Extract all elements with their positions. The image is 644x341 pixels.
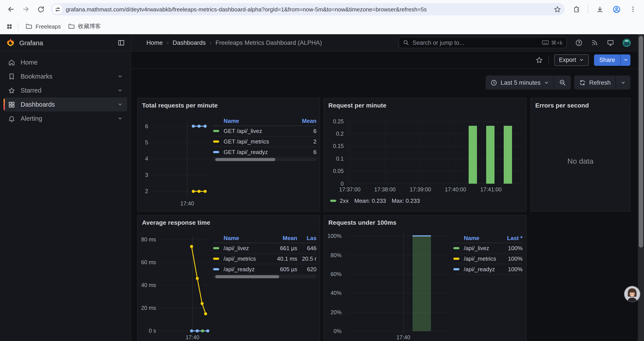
series-name: GET /api/_metrics: [224, 138, 299, 145]
refresh-icon: [579, 79, 586, 86]
search-input[interactable]: Search or jump to... ⌘+k: [398, 37, 567, 48]
sidebar-item-dashboards[interactable]: Dashboards: [4, 97, 127, 112]
legend-row[interactable]: /api/_metrics 40.1 ms 20.5 r: [213, 254, 316, 264]
apps-grid-button[interactable]: [4, 23, 14, 30]
bookmark-label: Freeleaps: [36, 23, 61, 30]
share-split-button: Share: [594, 54, 630, 66]
chevron-down-icon[interactable]: [118, 74, 123, 79]
col-mean[interactable]: Mean: [269, 235, 297, 241]
x-tick: 17:40: [396, 334, 410, 340]
chevron-down-icon[interactable]: [118, 88, 123, 93]
scrollbar-thumb[interactable]: [639, 36, 643, 247]
dashboard-content: Export Share Last 5 mi: [132, 51, 638, 341]
x-tick: 17:40:00: [445, 187, 466, 193]
panel-title[interactable]: Average response time: [142, 219, 210, 226]
legend-row[interactable]: /api/_readyz 605 µs 620: [213, 264, 316, 275]
zoom-out-button[interactable]: [554, 76, 571, 90]
series-swatch: [213, 268, 219, 270]
series-name: /api/_livez: [464, 245, 501, 251]
series-last: 20.5 r: [297, 255, 316, 262]
y-tick: 100%: [324, 233, 342, 239]
x-tick: 17:39:00: [410, 187, 431, 193]
y-tick: 0.05: [324, 168, 344, 174]
col-mean[interactable]: Mean: [299, 117, 316, 124]
reload-button[interactable]: [33, 2, 48, 17]
bookmark-folder-freeleaps[interactable]: Freeleaps: [22, 21, 64, 32]
help-button[interactable]: [575, 39, 582, 46]
series-swatch: [453, 268, 460, 270]
refresh-group: Refresh: [574, 76, 630, 90]
breadcrumb-dashboards[interactable]: Dashboards: [172, 39, 206, 46]
home-icon: [8, 59, 15, 66]
share-button[interactable]: Share: [594, 54, 620, 66]
y-tick: 60 ms: [138, 259, 156, 265]
sidebar-item-alerting[interactable]: Alerting: [4, 112, 127, 126]
col-name[interactable]: Name: [224, 117, 299, 124]
sidebar-toggle-button[interactable]: [118, 39, 125, 46]
chevron-down-icon[interactable]: [118, 116, 123, 121]
sidebar-item-bookmarks[interactable]: Bookmarks: [4, 69, 127, 83]
site-info-button[interactable]: [52, 5, 62, 14]
export-button[interactable]: Export: [554, 54, 589, 66]
legend-row[interactable]: GET /api/_readyz 6: [213, 147, 316, 158]
col-last[interactable]: Las: [297, 235, 316, 241]
x-tick: 17:37:00: [339, 187, 360, 193]
chevron-down-icon[interactable]: [118, 102, 123, 107]
toolbar-divider: [548, 56, 549, 63]
y-tick: 0 s: [138, 328, 156, 334]
col-name[interactable]: Name: [224, 235, 269, 241]
browser-menu-button[interactable]: [626, 2, 640, 17]
bar-chart: [324, 98, 527, 212]
time-range-picker[interactable]: Last 5 minutes: [486, 76, 554, 90]
legend-item-2xx[interactable]: 2xx: [330, 197, 348, 204]
breadcrumb-home[interactable]: Home: [146, 39, 163, 46]
profile-icon: [612, 5, 620, 14]
legend-max: Max: 0.233: [392, 197, 420, 204]
refresh-interval-button[interactable]: [616, 76, 630, 90]
time-range-label: Last 5 minutes: [501, 79, 540, 86]
panel-title[interactable]: Total requests per minute: [142, 102, 218, 109]
refresh-button[interactable]: Refresh: [574, 76, 616, 90]
series-name: /api/_metrics: [224, 255, 269, 262]
favorite-dashboard-button[interactable]: [535, 56, 543, 64]
legend-scrollbar[interactable]: [213, 158, 316, 161]
star-icon: [535, 56, 543, 64]
back-button[interactable]: [4, 2, 18, 17]
legend-row[interactable]: /api/_readyz 100%: [453, 264, 522, 275]
legend-row[interactable]: GET /api/_metrics 2: [213, 137, 316, 147]
bookmark-star-button[interactable]: [554, 6, 561, 13]
col-last[interactable]: Last *: [501, 235, 522, 241]
panel-title[interactable]: Request per minute: [328, 102, 386, 109]
legend-scrollbar[interactable]: [213, 275, 316, 278]
legend-row[interactable]: /api/_metrics 100%: [453, 254, 522, 264]
bookmark-label: 收藏博客: [78, 22, 101, 30]
legend-row[interactable]: /api/_livez 661 µs 646: [213, 243, 316, 254]
forward-button[interactable]: [18, 2, 33, 17]
x-tick: 17:38:00: [374, 187, 396, 193]
sidebar-item-home[interactable]: Home: [4, 55, 127, 69]
chevron-down-icon: [623, 58, 628, 62]
grafana-app: Grafana Home › Dashboards › Freeleaps Me…: [0, 34, 644, 341]
sidebar-item-label: Starred: [20, 87, 42, 94]
downloads-button[interactable]: [592, 2, 607, 17]
panel-title[interactable]: Requests under 100ms: [328, 219, 396, 226]
bookmark-folder-blogs[interactable]: 收藏博客: [64, 21, 104, 32]
legend-row[interactable]: GET /api/_livez 6: [213, 126, 316, 137]
legend-row[interactable]: /api/_livez 100%: [453, 243, 522, 254]
y-tick: 4: [138, 156, 148, 162]
display-button[interactable]: [607, 39, 614, 46]
col-name[interactable]: Name: [464, 235, 501, 241]
user-avatar[interactable]: [622, 38, 631, 47]
share-menu-button[interactable]: [620, 54, 630, 66]
profile-button[interactable]: [609, 2, 624, 17]
news-button[interactable]: [591, 39, 598, 46]
bookmarks-divider: [18, 22, 18, 30]
floating-assistant-avatar[interactable]: [624, 286, 640, 302]
grafana-logo: [6, 38, 15, 47]
url-bar[interactable]: grafana.mathmast.com/d/deytv4rwavabkb/fr…: [51, 3, 565, 15]
y-tick: 40%: [324, 290, 342, 296]
extensions-button[interactable]: [569, 2, 584, 17]
series-name: /api/_readyz: [464, 266, 501, 272]
series-name: /api/_readyz: [224, 266, 269, 272]
sidebar-item-starred[interactable]: Starred: [4, 83, 127, 97]
